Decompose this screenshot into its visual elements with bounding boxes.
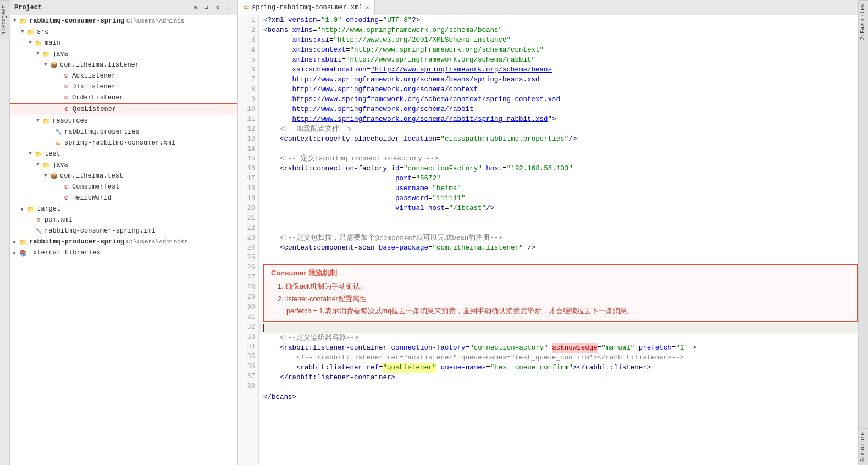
- code-token: =: [598, 343, 602, 353]
- ln-14: 14: [238, 144, 258, 154]
- code-token: "http://www.w3.org/2001/XMLSchema-instan…: [334, 35, 511, 45]
- annotation-item-3: perfetch = 1,表示消费端每次从mq拉去一条消息来消费，直到手动确认消…: [286, 305, 850, 318]
- code-editor[interactable]: 1 2 3 4 5 6 7 8 9 10 11 12 13 14 15 16 1: [238, 15, 858, 465]
- code-token: [288, 25, 292, 35]
- tree-label: spring-rabbitmq-consumer.xml: [64, 139, 175, 147]
- code-token: [263, 184, 395, 193]
- ln-34: 34: [238, 342, 258, 352]
- code-token: ?>: [412, 15, 420, 25]
- tree-item-consumer-spring[interactable]: ▼ 📁 rabbitmq-consumer-spring C:\Users\Ad…: [10, 15, 237, 26]
- tree-item-src[interactable]: ▼ 📁 src: [10, 26, 237, 37]
- java-icon: C: [62, 193, 70, 202]
- code-line-23: <!--定义包扫描，只需要加个@component就可以完成bean的注册-->: [259, 233, 858, 243]
- folder-icon: 📁: [42, 49, 51, 58]
- settings-icon[interactable]: ⚙: [213, 3, 222, 12]
- tree-item-package-test[interactable]: ▼ 📦 com.itheima.test: [10, 170, 237, 181]
- tree-item-java[interactable]: ▼ 📁 java: [10, 48, 237, 59]
- ln-1: 1: [238, 15, 258, 25]
- code-token: =: [672, 343, 676, 353]
- tree-item-pom[interactable]: m pom.xml: [10, 214, 237, 225]
- tree-item-main[interactable]: ▼ 📁 main: [10, 37, 237, 48]
- expand-arrow: ▼: [42, 62, 49, 68]
- code-token: [263, 65, 292, 75]
- tree-item-props[interactable]: 🔧 rabbitmq.properties: [10, 126, 237, 137]
- tree-item-package-listener[interactable]: ▼ 📦 com.itheima.listener: [10, 59, 237, 70]
- tree-label: DlxListener: [72, 83, 115, 91]
- tree-item-helloworld[interactable]: C HelloWorld: [10, 192, 237, 203]
- tree-item-orderlistener[interactable]: C OrderListener: [10, 92, 237, 103]
- ln-10: 10: [238, 104, 258, 114]
- code-token: <!--加载配置文件-->: [263, 124, 352, 134]
- code-token: host: [486, 164, 502, 174]
- code-token: =: [329, 35, 334, 45]
- code-line-19: password="111111": [259, 193, 858, 203]
- code-token: [523, 243, 528, 253]
- code-token: xsi:schemaLocation: [292, 65, 367, 75]
- code-token: =: [400, 164, 404, 174]
- code-token: [263, 324, 264, 332]
- expand-arrow: ▼: [34, 51, 42, 57]
- ln-11: 11: [238, 114, 258, 124]
- code-token: <!-- <rabbit:listener ref="ackListener" …: [263, 353, 684, 363]
- ln-4: 4: [238, 45, 258, 55]
- package-icon: 📦: [49, 171, 58, 180]
- tree-item-ext-libs[interactable]: ▶ 📚 External Libraries: [10, 247, 237, 258]
- code-line-36: </rabbit:listener-container>: [259, 373, 858, 383]
- code-token: http://www.springframework.org/schema/ra…: [292, 104, 474, 114]
- sync-icon[interactable]: ⇄: [202, 3, 211, 12]
- code-token: "heima": [433, 184, 462, 193]
- code-token: [263, 104, 292, 114]
- folder-icon: 📁: [26, 27, 35, 36]
- java-icon: C: [62, 105, 71, 114]
- ln-30: 30: [238, 302, 258, 312]
- code-token: "/itcast": [449, 203, 486, 213]
- code-token: =: [412, 174, 416, 184]
- code-token: [263, 243, 280, 253]
- tree-label: rabbitmq.properties: [64, 128, 140, 136]
- code-token: xmlns:context: [292, 45, 346, 55]
- tree-item-consumertest[interactable]: C ConsumerTest: [10, 181, 237, 192]
- tree-item-test[interactable]: ▼ 📁 test: [10, 148, 237, 159]
- tree-label: rabbitmq-consumer-spring.iml: [45, 227, 156, 235]
- tree-item-dlxlistener[interactable]: C DlxListener: [10, 81, 237, 92]
- code-token: id: [391, 164, 400, 174]
- ln-15: 15: [238, 154, 258, 164]
- structure-tab[interactable]: Structure: [859, 428, 868, 465]
- code-line-16: <rabbit:connection-factory id="connectio…: [259, 164, 858, 174]
- tree-label: resources: [52, 117, 88, 125]
- code-line-18: username="heima": [259, 184, 858, 193]
- tree-item-producer-spring[interactable]: ▶ 📁 rabbitmq-producer-spring C:\Users\Ad…: [10, 236, 237, 247]
- code-token: <!--定义监听器容器-->: [263, 333, 359, 343]
- tree-item-qoslistener[interactable]: C QosListener: [10, 103, 237, 115]
- main-container: Project ⊕ ⇄ ⚙ ↓ ▼ 📁 rabbitmq-consumer-sp…: [10, 0, 868, 465]
- ln-5: 5: [238, 55, 258, 65]
- code-token: connection-factory: [391, 343, 466, 353]
- collapse-icon[interactable]: ↓: [224, 3, 233, 12]
- code-token: "111111": [433, 193, 466, 203]
- tab-close-button[interactable]: ✕: [366, 4, 369, 11]
- expand-arrow: ▼: [26, 151, 34, 157]
- code-token: [263, 363, 296, 373]
- code-line-20: virtual-host="/itcast"/>: [259, 203, 858, 213]
- tree-item-acklistener[interactable]: C AckListener: [10, 70, 237, 81]
- expand-arrow: ▶: [11, 239, 19, 245]
- favorites-tab[interactable]: 2:Favorites: [859, 0, 868, 43]
- code-token: =: [313, 25, 317, 35]
- tree-label: HelloWorld: [72, 194, 112, 202]
- code-token: <?xml: [263, 15, 284, 25]
- tree-item-xml[interactable]: 🗂 spring-rabbitmq-consumer.xml: [10, 137, 237, 148]
- editor-tab-xml[interactable]: 🗂 spring-rabbitmq-consumer.xml ✕: [238, 0, 375, 15]
- tree-item-iml[interactable]: 🔧 rabbitmq-consumer-spring.iml: [10, 225, 237, 236]
- java-icon: C: [62, 82, 70, 91]
- tree-item-test-java[interactable]: ▼ 📁 java: [10, 159, 237, 170]
- project-tab[interactable]: 1:Project: [0, 0, 10, 39]
- code-token: [263, 343, 280, 353]
- tree-item-target[interactable]: ▶ 📁 target: [10, 203, 237, 214]
- folder-icon: 📁: [34, 150, 43, 158]
- tree-item-resources[interactable]: ▼ 📁 resources: [10, 115, 237, 126]
- ln-16: 16: [238, 164, 258, 174]
- code-token: </rabbit:listener-container>: [280, 373, 395, 383]
- code-token: [263, 95, 292, 104]
- add-icon[interactable]: ⊕: [191, 3, 200, 12]
- code-token: "http://www.springframework.org/schema/b…: [317, 25, 503, 35]
